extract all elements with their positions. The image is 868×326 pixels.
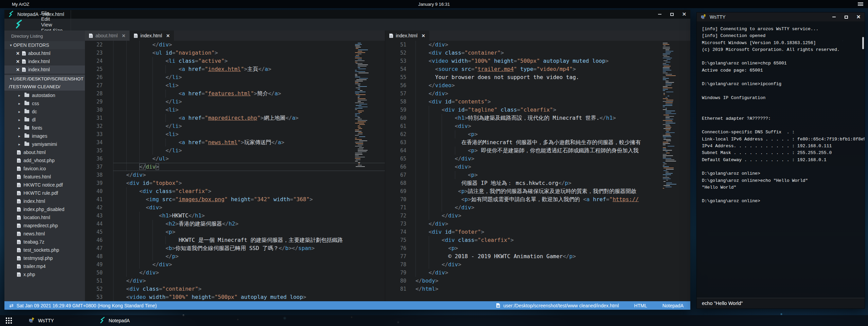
code-line[interactable]: 伺服器 IP 地址為： mcs.hkwtc.org</p> — [415, 179, 690, 187]
code-line[interactable]: </div> — [415, 261, 690, 269]
code-line[interactable]: </ul> — [113, 155, 385, 163]
code-line[interactable]: <b>你知道我們全線伺服器已轉用 SSD 了嗎？</b></span> — [113, 244, 385, 252]
open-editor-item[interactable]: ✕index.html — [4, 57, 85, 65]
code-line[interactable]: </video> — [415, 81, 690, 90]
code-line[interactable]: <li class="active"> — [113, 57, 385, 65]
chevron-right-icon[interactable]: ▸ — [17, 118, 22, 122]
code-line[interactable]: © 2018 - 2019 HKWTC Animation Gamer</p> — [415, 252, 690, 261]
open-editor-item[interactable]: ✕about.html — [4, 49, 85, 57]
hamburger-menu-icon[interactable] — [858, 2, 863, 6]
code-line[interactable]: <ul id="navigation"> — [113, 49, 385, 57]
maximize-button[interactable] — [840, 13, 852, 21]
close-icon[interactable]: ✕ — [16, 51, 20, 56]
file-item[interactable]: index.php_disabled — [4, 205, 85, 213]
close-icon[interactable]: ✕ — [16, 67, 20, 72]
folder-item[interactable]: ▸ images — [4, 132, 85, 140]
file-item[interactable]: testmysql.php — [4, 254, 85, 262]
code-line[interactable]: </li> — [113, 122, 385, 130]
notepad-titlebar[interactable]: NotepadA - index.html ✕ — [4, 10, 690, 19]
minimap[interactable] — [355, 42, 370, 178]
file-item[interactable]: teabag.7z — [4, 238, 85, 246]
code-area[interactable]: </div><div class="container"><video widt… — [415, 41, 690, 301]
tab-about.html[interactable]: about.html✕ — [85, 31, 129, 41]
code-line[interactable]: <li> — [113, 130, 385, 138]
code-line[interactable]: </div> — [113, 41, 385, 49]
code-line[interactable]: </div> — [113, 269, 385, 277]
folder-item[interactable]: ▸ dc — [4, 108, 85, 116]
code-line[interactable]: <div class="container"> — [415, 49, 690, 57]
code-line[interactable]: </body> — [415, 277, 690, 285]
code-line[interactable]: <video width="100%" height="500px" autop… — [415, 57, 690, 65]
code-line[interactable]: <h1>特別為建築及鐵路而設，現代化的 Minecraft 世界.</h1> — [415, 114, 690, 122]
terminal-input[interactable]: echo "Hello World" — [697, 298, 865, 308]
file-item[interactable]: HKWTC notice.pdf — [4, 181, 85, 189]
tab-close-icon[interactable]: ✕ — [122, 33, 125, 38]
file-item[interactable]: mapredirect.php — [4, 222, 85, 230]
code-line[interactable]: <div id="contents"> — [415, 98, 690, 106]
tab-close-icon[interactable]: ✕ — [422, 33, 425, 38]
code-line[interactable]: Your browser does not support the video … — [415, 73, 690, 81]
folder-item[interactable]: ▸ yamiyamimi — [4, 140, 85, 148]
close-icon[interactable]: ✕ — [16, 59, 20, 64]
code-line[interactable]: <p> 即使你不是建築師，你也能透過紅石師或鐵路工程師的身份加入我 — [415, 147, 690, 155]
code-line[interactable]: </li> — [113, 73, 385, 81]
file-item[interactable]: location.html — [4, 213, 85, 222]
file-item[interactable]: features.html — [4, 173, 85, 181]
code-line[interactable]: </p> — [113, 252, 385, 261]
code-line[interactable]: </div> — [415, 41, 690, 49]
code-line[interactable]: <p> — [113, 228, 385, 236]
terminal-output[interactable]: [info] Conencting to arozos WsTTY servic… — [697, 21, 865, 298]
file-item[interactable]: trailer.mp4 — [4, 262, 85, 270]
taskbar-item-wstty[interactable]: WsTTY — [25, 315, 57, 326]
editor-left[interactable]: 2223242526272829303132333435363738394041… — [85, 41, 385, 301]
code-line[interactable]: <li> — [113, 106, 385, 114]
code-line[interactable]: <div> — [415, 163, 690, 171]
code-line[interactable]: <video width="100%" height="500px" autop… — [113, 293, 385, 301]
close-button[interactable]: ✕ — [852, 13, 865, 21]
file-item[interactable]: index.html — [4, 197, 85, 205]
menu-item[interactable]: Edit — [33, 16, 71, 22]
code-line[interactable]: <a href="features.html">簡介</a> — [113, 90, 385, 98]
file-item[interactable]: favicon.ico — [4, 165, 85, 173]
maximize-button[interactable] — [666, 10, 678, 19]
status-language[interactable]: HTML — [634, 303, 647, 308]
code-line[interactable]: <div> — [113, 204, 385, 212]
chevron-right-icon[interactable]: ▸ — [17, 126, 22, 130]
code-line[interactable]: </div> — [415, 155, 690, 163]
code-line[interactable]: <h2>香港的建築伺服器</h2> — [113, 220, 385, 228]
code-line[interactable]: <p> — [415, 130, 690, 138]
file-item[interactable]: news.html — [4, 230, 85, 238]
code-line[interactable]: </div> — [113, 277, 385, 285]
app-grid-icon[interactable] — [6, 318, 12, 324]
code-line[interactable]: <div class="clearfix"> — [415, 236, 690, 244]
code-line[interactable]: <source src="trailer.mp4" type="video/mp… — [415, 65, 690, 73]
close-button[interactable]: ✕ — [678, 10, 690, 19]
code-line[interactable]: <div class="clearfix"> — [113, 187, 385, 195]
terminal-scrollbar[interactable] — [862, 37, 864, 49]
code-area[interactable]: </div><ul id="navigation"><li class="act… — [113, 41, 385, 301]
chevron-right-icon[interactable]: ▸ — [17, 134, 22, 138]
open-editors-section[interactable]: ▾ OPEN EDITORS — [4, 41, 85, 49]
code-line[interactable]: <a href="news.html">玩家傳送門</a> — [113, 138, 385, 147]
code-line[interactable]: <a href="mapredirect.php">網上地圖</a> — [113, 114, 385, 122]
folder-item[interactable]: ▸ fonts — [4, 124, 85, 132]
file-item[interactable]: x.php — [4, 270, 85, 279]
taskbar-item-notepada[interactable]: NotepadA — [96, 315, 133, 326]
code-line[interactable]: </div> — [415, 269, 690, 277]
code-line[interactable]: <p> — [415, 244, 690, 252]
code-line[interactable]: <p> — [415, 171, 690, 179]
code-line[interactable]: <div id="tagline" class="clearfix"> — [415, 106, 690, 114]
folder-item[interactable]: ▸ css — [4, 99, 85, 108]
code-line[interactable]: </div> — [113, 261, 385, 269]
code-line[interactable]: <p>如有問題或需要申請白名單，歡迎加入我們的 <a href="https:/… — [415, 195, 690, 204]
code-line[interactable]: </li> — [113, 98, 385, 106]
code-line[interactable]: HKWTC 是一個 Minecraft 的建築伺服器，主要建築計劃包括鐵路 — [113, 236, 385, 244]
file-item[interactable]: about.html — [4, 148, 85, 156]
code-line[interactable]: </html> — [415, 285, 690, 293]
chevron-right-icon[interactable]: ▸ — [17, 110, 22, 114]
folder-item[interactable]: ▸ dl — [4, 116, 85, 124]
root-folder-header-line2[interactable]: /TEST/WWW CLEANED/ — [4, 83, 85, 91]
minimize-button[interactable] — [828, 13, 840, 21]
editor-right[interactable]: 5152535455565758596061626364656667686970… — [385, 41, 690, 301]
code-line[interactable]: </div> — [415, 90, 690, 98]
